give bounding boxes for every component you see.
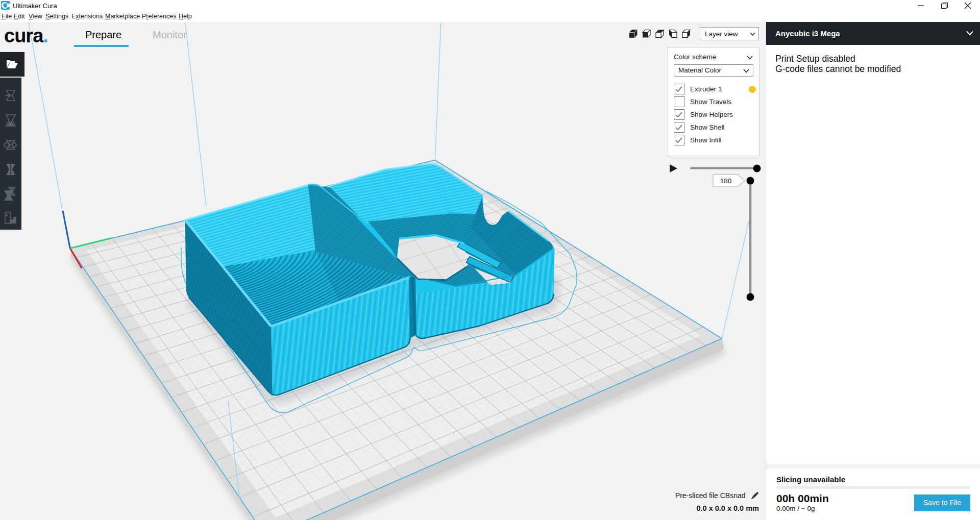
svg-text:180: 180 (720, 177, 732, 185)
